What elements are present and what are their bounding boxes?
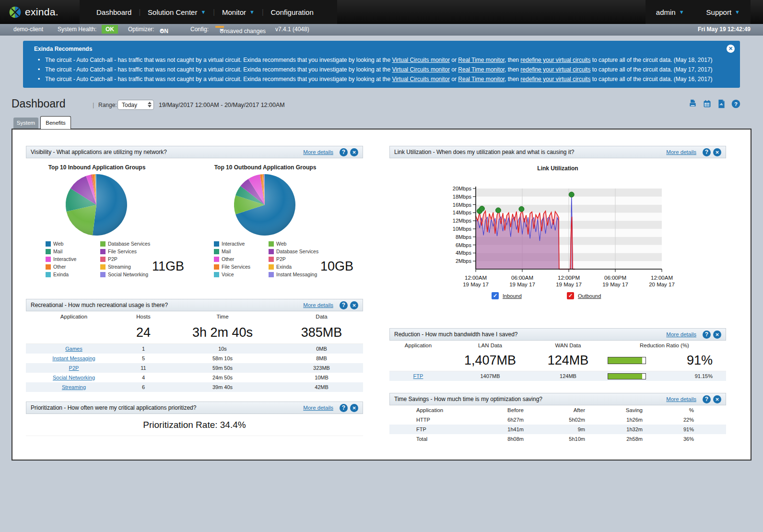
help-icon[interactable]: ? [703,331,711,339]
toolbar-icons: ? [688,99,741,109]
legend-color-swatch [46,264,51,270]
recommends-title: Exinda Recommends [34,46,92,52]
more-details-link[interactable]: More details [666,149,696,155]
total-data: 385MB [280,325,363,340]
visibility-panel: Visibility - What applications are utili… [26,146,363,279]
system-health-badge: OK [102,25,118,34]
help-icon[interactable]: ? [703,395,711,403]
page-title: Dashboard [12,97,66,110]
toolbar-separator: | [93,101,94,108]
total-hosts: 24 [122,325,165,340]
help-icon[interactable]: ? [340,404,348,412]
svg-text:4Mbps: 4Mbps [456,250,472,256]
legend-item: Voice [214,271,269,278]
tab-benefits[interactable]: Benefits [40,116,71,129]
table-summary-row: 24 3h 2m 40s 385MB [26,322,363,344]
nav-configuration[interactable]: Configuration [271,8,314,16]
more-details-link[interactable]: More details [666,396,696,402]
nav-solution-center[interactable]: Solution Center▼ [148,8,206,16]
svg-text:2Mbps: 2Mbps [456,258,472,264]
app-link[interactable]: P2P [69,365,79,371]
legend-label: Other [222,256,234,262]
app-link[interactable]: Games [65,346,82,352]
close-icon[interactable]: ✕ [350,148,358,156]
legend-color-swatch [269,249,274,254]
link-utilization-panel: Link Utilization - When does my utilizat… [389,146,726,309]
legend-label: Social Networking [108,272,148,277]
app-link[interactable]: Streaming [62,384,86,390]
recommendation-item: The circuit - Auto Catch-all - has traff… [45,66,713,73]
more-details-link[interactable]: More details [303,149,333,155]
svg-text:18Mbps: 18Mbps [453,194,472,200]
table-row: FTP 1407MB 124MB 91.15% [389,371,726,381]
inbound-checkbox[interactable]: ✓ [492,292,499,299]
close-icon[interactable]: ✕ [713,395,721,403]
real-time-monitor-link[interactable]: Real Time monitor [458,76,505,83]
close-icon[interactable]: ✕ [713,148,721,156]
redefine-circuits-link[interactable]: redefine your virtual circuits [520,66,590,73]
virtual-circuits-monitor-link[interactable]: Virtual Circuits monitor [392,57,449,63]
more-details-link[interactable]: More details [666,331,696,337]
tab-system[interactable]: System [13,118,38,129]
help-icon[interactable]: ? [340,148,348,156]
range-select[interactable]: Today [117,100,154,110]
redefine-circuits-link[interactable]: redefine your virtual circuits [520,76,590,83]
nav-separator: | [262,8,264,16]
optimizer-label: Optimizer: [128,26,154,33]
svg-text:19 May 17: 19 May 17 [463,282,489,287]
outbound-checkbox[interactable]: ✓ [567,292,574,299]
nav-support-menu[interactable]: Support▼ [706,8,740,16]
legend-label: Web [53,241,63,247]
table-header-row: Application Before After Saving % [389,405,726,415]
nav-monitor[interactable]: Monitor▼ [222,8,255,16]
more-details-link[interactable]: More details [303,405,333,411]
nav-right: admin▼ Support▼ [646,0,751,24]
pdf-export-icon[interactable] [716,99,727,109]
svg-text:12:00AM: 12:00AM [465,275,487,281]
legend-item: Database Services [269,248,350,255]
close-icon[interactable]: ✕ [350,404,358,412]
table-row: Total 8h08m 5h10m 2h58m 36% [389,434,726,444]
nav-dashboard[interactable]: Dashboard [96,8,131,16]
config-label: Config: [190,26,209,33]
reduction-panel-header: Reduction - How much bandwidth have I sa… [389,328,726,341]
close-icon[interactable]: ✕ [350,301,358,309]
svg-text:06:00AM: 06:00AM [511,275,533,281]
inbound-legend-label[interactable]: Inbound [503,293,522,299]
outbound-legend-label[interactable]: Outbound [578,293,601,299]
real-time-monitor-link[interactable]: Real Time monitor [458,66,505,73]
app-link[interactable]: Instant Messaging [52,355,95,361]
svg-text:20Mbps: 20Mbps [453,186,472,191]
virtual-circuits-monitor-link[interactable]: Virtual Circuits monitor [392,76,449,83]
unsaved-changes-badge[interactable]: Unsaved changes▼ [215,26,224,28]
brand: exinda. [9,0,59,24]
print-icon[interactable] [688,99,698,109]
table-row: FTP 1h41m 9m 1h32m 91% [389,425,726,434]
virtual-circuits-monitor-link[interactable]: Virtual Circuits monitor [392,66,449,73]
help-icon[interactable]: ? [703,148,711,156]
svg-text:12:00PM: 12:00PM [558,275,580,281]
panel-title: Recreational - How much recreational usa… [31,302,303,308]
legend-color-swatch [46,257,51,262]
help-icon[interactable]: ? [340,301,348,309]
visibility-panel-header: Visibility - What applications are utili… [26,146,363,158]
help-icon[interactable]: ? [731,99,741,109]
close-icon[interactable]: ✕ [727,45,735,53]
more-details-link[interactable]: More details [303,302,333,308]
chevron-down-icon: ▼ [220,28,224,33]
link-utilization-chart: 2Mbps4Mbps6Mbps8Mbps10Mbps12Mbps14Mbps16… [437,183,696,294]
calendar-icon[interactable] [702,99,712,109]
panel-title: Reduction - How much bandwidth have I sa… [394,331,666,338]
nav-admin-menu[interactable]: admin▼ [656,8,684,16]
app-link[interactable]: FTP [413,373,423,379]
clock: Fri May 19 12:42:49 [698,26,751,33]
app-link[interactable]: Social Networking [53,375,95,380]
table-header-row: Application LAN Data WAN Data Reduction … [389,341,726,350]
redefine-circuits-link[interactable]: redefine your virtual circuits [520,57,590,63]
close-icon[interactable]: ✕ [713,331,721,339]
legend-color-swatch [214,264,219,270]
legend-label: P2P [108,256,117,262]
chart-title: Top 10 Outbound Application Groups [198,164,332,171]
legend-item: Other [46,263,100,271]
real-time-monitor-link[interactable]: Real Time monitor [458,57,505,63]
